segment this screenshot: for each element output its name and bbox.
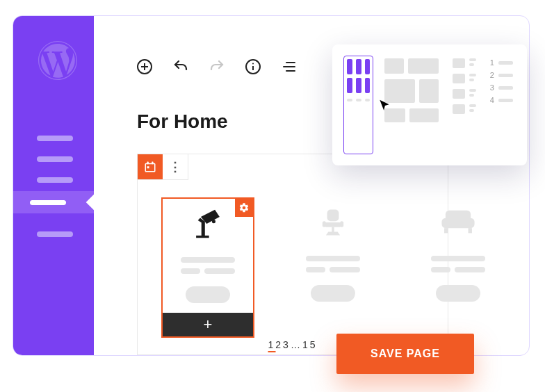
- cursor-icon: [377, 99, 391, 113]
- num-1: 1: [490, 58, 494, 67]
- num-3: 3: [490, 83, 494, 92]
- editor-toolbar: [136, 58, 298, 76]
- block-more-tab[interactable]: ⋮: [163, 154, 188, 179]
- sidebar-item-5[interactable]: [37, 231, 73, 237]
- layout-option-numbered[interactable]: 1 2 3 4: [490, 58, 513, 152]
- product-card-2[interactable]: [286, 197, 380, 338]
- sidebar-item-3[interactable]: [37, 177, 73, 183]
- svg-point-13: [212, 220, 215, 223]
- svg-rect-11: [152, 162, 153, 165]
- outline-button[interactable]: [280, 58, 298, 76]
- layout-option-rows[interactable]: [453, 58, 475, 152]
- svg-rect-18: [340, 221, 343, 227]
- pagination[interactable]: 123…15: [268, 339, 318, 350]
- product-card-3[interactable]: [412, 197, 505, 338]
- svg-rect-15: [325, 222, 341, 227]
- layout-option-masonry[interactable]: [384, 58, 439, 152]
- undo-button[interactable]: [172, 58, 190, 76]
- lamp-icon: [189, 199, 227, 249]
- svg-rect-22: [469, 228, 472, 233]
- svg-rect-20: [441, 218, 474, 229]
- svg-rect-14: [327, 209, 339, 221]
- info-button[interactable]: [244, 58, 262, 76]
- product-card-1[interactable]: +: [161, 197, 254, 338]
- num-2: 2: [490, 71, 494, 79]
- sidebar-active-indicator: [30, 200, 66, 205]
- page-current[interactable]: 1: [268, 339, 276, 352]
- save-page-button[interactable]: SAVE PAGE: [336, 334, 474, 374]
- layout-picker-popover: 1 2 3 4: [332, 44, 527, 165]
- card-skeleton: [306, 256, 360, 302]
- page-title: For Home: [137, 111, 228, 133]
- block-type-tab[interactable]: [138, 154, 163, 179]
- sidebar-item-1[interactable]: [37, 136, 73, 141]
- page-ellipsis: …: [291, 339, 302, 350]
- svg-rect-21: [444, 228, 448, 233]
- block-toolbar: ⋮: [137, 154, 188, 180]
- num-4: 4: [490, 96, 494, 104]
- svg-rect-9: [145, 164, 155, 172]
- sidebar-notch-icon: [86, 195, 102, 211]
- page-3[interactable]: 3: [283, 339, 291, 350]
- product-cards: +: [161, 197, 505, 338]
- redo-button[interactable]: [208, 58, 226, 76]
- sidebar: [13, 16, 94, 355]
- svg-point-5: [252, 63, 254, 65]
- card-skeleton: [181, 257, 235, 303]
- card-skeleton: [431, 256, 485, 302]
- sofa-icon: [438, 197, 478, 247]
- sidebar-menu: [37, 136, 73, 183]
- add-card-button[interactable]: +: [163, 313, 253, 336]
- sidebar-item-2[interactable]: [37, 156, 73, 162]
- content-block: ⋮ +: [137, 154, 448, 355]
- svg-rect-17: [323, 221, 326, 227]
- layout-option-grid[interactable]: [343, 56, 373, 154]
- sidebar-menu-lower: [37, 226, 73, 237]
- page-last[interactable]: 15: [302, 339, 318, 350]
- wordpress-logo-icon: [38, 41, 77, 80]
- svg-rect-12: [147, 166, 149, 168]
- sidebar-item-active[interactable]: [13, 191, 94, 213]
- card-settings-button[interactable]: [235, 199, 253, 217]
- office-chair-icon: [314, 197, 352, 247]
- page-2[interactable]: 2: [275, 339, 283, 350]
- add-block-button[interactable]: [136, 58, 154, 76]
- svg-rect-10: [147, 162, 149, 165]
